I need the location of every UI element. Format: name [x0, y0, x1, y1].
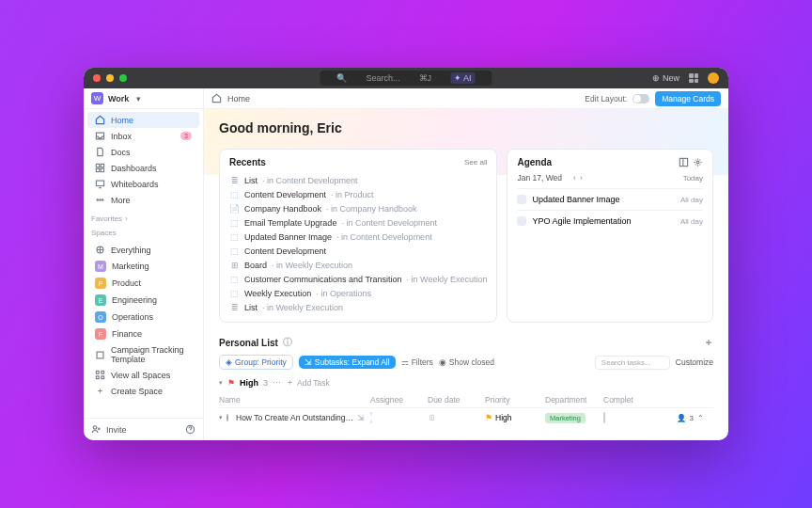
- edit-layout-label: Edit Layout:: [585, 94, 627, 103]
- task-search-input[interactable]: Search tasks...: [595, 356, 670, 370]
- svg-rect-2: [96, 168, 99, 171]
- nav-whiteboards[interactable]: Whiteboards: [87, 176, 199, 192]
- recents-item-meta: · in Weekly Execution: [262, 303, 343, 312]
- table-row[interactable]: ▾ How To Create An Outstanding… ⇲ ⋯ 🗓 ⚑H…: [219, 408, 713, 426]
- space-operations[interactable]: OOperations: [87, 309, 199, 325]
- group-pill[interactable]: ◈Group: Priority: [219, 355, 293, 370]
- space-engineering[interactable]: EEngineering: [87, 292, 199, 309]
- space-campaign[interactable]: Campaign Tracking Template: [87, 342, 199, 367]
- global-search[interactable]: 🔍 Search... ⌘J ✦ AI: [320, 71, 492, 86]
- favorites-header[interactable]: Favorites›: [84, 211, 203, 225]
- apps-grid-icon[interactable]: [689, 73, 698, 83]
- group-caret[interactable]: ▾: [219, 379, 223, 387]
- user-avatar[interactable]: [708, 72, 719, 84]
- close-dot[interactable]: [93, 74, 101, 82]
- nav-docs[interactable]: Docs: [87, 144, 199, 160]
- nav-dashboards[interactable]: Dashboards: [87, 160, 199, 176]
- recents-item-name: Content Development: [244, 190, 326, 199]
- svg-rect-0: [96, 164, 99, 167]
- agenda-next[interactable]: ›: [580, 173, 583, 183]
- recents-item[interactable]: ⬚Content Development: [229, 244, 487, 258]
- svg-rect-9: [97, 352, 103, 358]
- complete-checkbox[interactable]: [603, 412, 605, 423]
- nav-home[interactable]: Home: [87, 112, 199, 128]
- ai-pill[interactable]: ✦ AI: [450, 72, 476, 84]
- recents-item[interactable]: ⬚Email Template Upgrade · in Content Dev…: [229, 215, 487, 230]
- filter-icon: ⚎: [401, 357, 409, 367]
- recents-item[interactable]: ⊞Board · in Weekly Execution: [229, 258, 487, 272]
- space-product[interactable]: PProduct: [87, 275, 199, 292]
- marketing-badge: M: [95, 261, 106, 272]
- item-type-icon: ⬚: [229, 231, 240, 242]
- due-date-icon[interactable]: 🗓: [428, 412, 438, 422]
- agenda-settings-icon[interactable]: [693, 157, 703, 167]
- recents-item-name: List: [244, 303, 258, 312]
- svg-rect-4: [96, 181, 103, 186]
- search-icon: 🔍: [336, 73, 347, 83]
- info-icon[interactable]: ⓘ: [283, 338, 293, 348]
- edit-layout-toggle[interactable]: [632, 94, 649, 103]
- app-window: 🔍 Search... ⌘J ✦ AI ⊕New W Work ▾ Home I…: [84, 68, 728, 440]
- assignee-avatar[interactable]: [370, 412, 372, 423]
- view-all-spaces[interactable]: View all Spaces: [87, 367, 199, 383]
- group-more-icon[interactable]: ⋯: [273, 378, 281, 388]
- agenda-expand-icon[interactable]: [679, 157, 689, 167]
- recents-item[interactable]: ⬚Weekly Execution · in Operations: [229, 286, 487, 300]
- recents-item-meta: · in Content Development: [336, 232, 432, 242]
- maximize-dot[interactable]: [119, 74, 127, 82]
- subtasks-icon: ⇲: [304, 357, 312, 367]
- row-caret[interactable]: ▾: [219, 414, 223, 421]
- item-type-icon: ⬚: [229, 274, 240, 284]
- recents-item[interactable]: ≣List · in Content Development: [229, 173, 487, 187]
- recents-card: Recents See all ≣List · in Content Devel…: [219, 149, 497, 323]
- agenda-prev[interactable]: ‹: [573, 173, 576, 183]
- recents-item-meta: · in Content Development: [262, 176, 358, 185]
- recents-see-all[interactable]: See all: [464, 158, 487, 167]
- recents-item[interactable]: 📄Company Handbook · in Company Handbook: [229, 201, 487, 215]
- nav-inbox[interactable]: Inbox3: [87, 128, 199, 144]
- agenda-today-button[interactable]: Today: [683, 174, 703, 183]
- agenda-item[interactable]: YPO Agile ImplementationAll day: [517, 210, 703, 231]
- space-finance[interactable]: FFinance: [87, 325, 199, 342]
- recents-item-name: Email Template Upgrade: [244, 218, 336, 228]
- agenda-item-name: YPO Agile Implementation: [532, 216, 631, 226]
- titlebar: 🔍 Search... ⌘J ✦ AI ⊕New: [84, 68, 728, 88]
- create-space[interactable]: ＋Create Space: [87, 383, 199, 399]
- show-closed-button[interactable]: ◉Show closed: [439, 357, 494, 367]
- subtasks-pill[interactable]: ⇲Subtasks: Expand All: [299, 356, 396, 369]
- task-count-footer[interactable]: 👤 3 ⌃: [677, 414, 704, 422]
- invite-button[interactable]: Invite: [91, 424, 127, 435]
- personal-list-add[interactable]: ＋: [704, 336, 713, 349]
- customize-button[interactable]: Customize: [676, 357, 713, 367]
- manage-cards-button[interactable]: Manage Cards: [655, 91, 721, 106]
- new-button[interactable]: ⊕New: [652, 73, 679, 83]
- recents-item[interactable]: ≣List · in Weekly Execution: [229, 300, 487, 314]
- priority-flag-icon: ⚑: [485, 413, 492, 422]
- agenda-item-when: All day: [680, 217, 703, 226]
- space-marketing[interactable]: MMarketing: [87, 258, 199, 275]
- spaces-header[interactable]: Spaces: [84, 225, 203, 239]
- svg-rect-11: [102, 371, 104, 373]
- add-task-button[interactable]: ＋Add Task: [286, 377, 330, 389]
- minimize-dot[interactable]: [106, 74, 114, 82]
- workspace-switcher[interactable]: W Work ▾: [84, 88, 203, 109]
- agenda-title: Agenda: [517, 157, 552, 167]
- recents-item[interactable]: ⬚Customer Communications and Transition …: [229, 272, 487, 286]
- group-icon: ◈: [226, 357, 232, 367]
- recents-item[interactable]: ⬚Updated Banner Image · in Content Devel…: [229, 230, 487, 244]
- agenda-item[interactable]: Updated Banner ImageAll day: [517, 188, 703, 210]
- recents-item[interactable]: ⬚Content Development · in Product: [229, 187, 487, 201]
- nav-more[interactable]: More: [87, 192, 199, 208]
- breadcrumb-home[interactable]: Home: [227, 94, 250, 103]
- plus-icon: ＋: [95, 386, 105, 396]
- item-type-icon: ≣: [229, 302, 240, 312]
- finance-badge: F: [95, 328, 106, 340]
- space-everything[interactable]: Everything: [87, 242, 199, 258]
- item-type-icon: 📄: [229, 203, 240, 214]
- filters-button[interactable]: ⚎Filters: [401, 357, 433, 367]
- help-icon[interactable]: [185, 424, 195, 435]
- product-badge: P: [95, 278, 106, 289]
- recents-item-name: Company Handbook: [244, 204, 321, 214]
- status-dot[interactable]: [226, 414, 228, 421]
- svg-point-6: [100, 199, 101, 200]
